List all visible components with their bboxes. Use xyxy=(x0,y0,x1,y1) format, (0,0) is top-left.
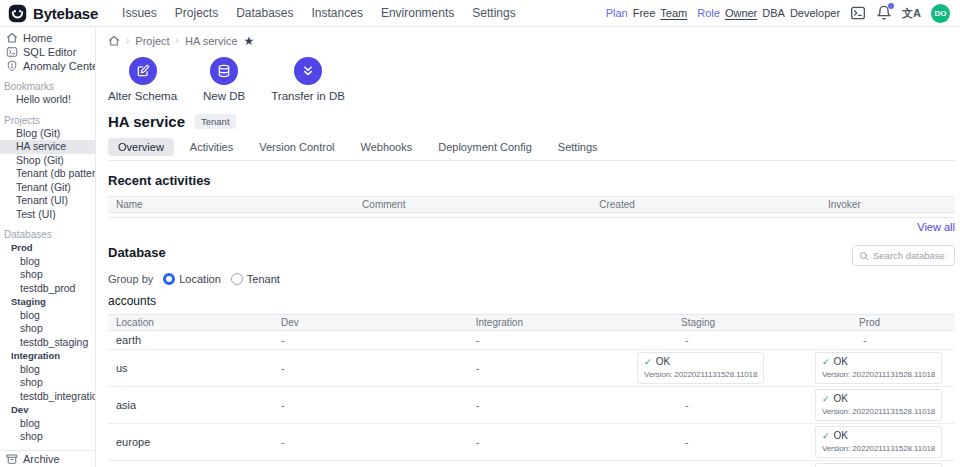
sidebar-database-staging-blog[interactable]: blog xyxy=(0,309,95,323)
nav-link-databases[interactable]: Databases xyxy=(236,6,293,20)
breadcrumb-item-project[interactable]: Project xyxy=(135,35,169,47)
plan-upgrade-link[interactable]: Team xyxy=(660,7,687,19)
bookmarks-section-label: Bookmarks xyxy=(0,80,95,93)
env-cell: - xyxy=(464,399,633,411)
action-alter-schema[interactable]: Alter Schema xyxy=(108,57,177,102)
sidebar-project-tenant-db-pattern-[interactable]: Tenant (db pattern) xyxy=(0,167,95,181)
environment-label-staging: Staging xyxy=(0,295,95,309)
column-header-name: Name xyxy=(108,199,362,210)
database-search-input[interactable] xyxy=(873,250,948,261)
nav-link-environments[interactable]: Environments xyxy=(381,6,454,20)
location-cell[interactable]: asia xyxy=(108,399,269,411)
role-options: DBADeveloper xyxy=(762,7,840,19)
recent-activities-table: NameCommentCreatedInvoker xyxy=(108,196,955,218)
nav-link-instances[interactable]: Instances xyxy=(312,6,363,20)
nav-link-settings[interactable]: Settings xyxy=(472,6,515,20)
sidebar-database-prod-testdb_prod[interactable]: testdb_prod xyxy=(0,282,95,296)
database-status-badge[interactable]: ✓OKVersion: 20220211131528.11018 xyxy=(815,352,942,384)
sidebar-item-archive[interactable]: Archive xyxy=(0,450,95,467)
location-cell[interactable]: us xyxy=(108,362,269,374)
sidebar-database-staging-shop[interactable]: shop xyxy=(0,322,95,336)
breadcrumb-home-icon[interactable] xyxy=(108,35,120,47)
project-tabs: OverviewActivitiesVersion ControlWebhook… xyxy=(108,138,955,161)
tenant-group-name: accounts xyxy=(108,294,955,308)
version-text: Version: 20220211131528.11018 xyxy=(644,370,757,379)
notification-badge xyxy=(888,3,894,9)
sidebar-item-anomaly-center[interactable]: Anomaly Center xyxy=(0,59,95,73)
role-current[interactable]: Owner xyxy=(725,7,757,19)
user-avatar[interactable]: DO xyxy=(931,4,950,23)
database-search[interactable] xyxy=(852,245,955,266)
env-cell: - xyxy=(464,362,633,374)
tab-activities[interactable]: Activities xyxy=(180,138,243,156)
view-all-link[interactable]: View all xyxy=(917,221,955,233)
sidebar-project-test-ui-[interactable]: Test (UI) xyxy=(0,208,95,222)
database-status-badge[interactable]: ✓OKVersion: 20220211131528.11018 xyxy=(815,463,942,467)
sidebar-database-prod-blog[interactable]: blog xyxy=(0,255,95,269)
bytebase-logo[interactable]: Bytebase xyxy=(8,4,98,23)
check-icon: ✓ xyxy=(822,431,830,441)
action-label: Alter Schema xyxy=(108,90,177,102)
action-transfer-in-db[interactable]: Transfer in DB xyxy=(271,57,345,102)
tab-settings[interactable]: Settings xyxy=(548,138,608,156)
language-switch-icon[interactable]: 文A xyxy=(902,5,921,21)
sidebar-project-tenant-git-[interactable]: Tenant (Git) xyxy=(0,181,95,195)
notifications-bell-icon[interactable] xyxy=(876,5,892,21)
sidebar-project-blog-git-[interactable]: Blog (Git) xyxy=(0,127,95,141)
debug-terminal-icon[interactable] xyxy=(850,5,866,21)
location-cell[interactable]: europe xyxy=(108,436,269,448)
sidebar-item-home[interactable]: Home xyxy=(0,31,95,45)
location-cell[interactable]: earth xyxy=(108,334,269,346)
bookmark-star-icon[interactable]: ★ xyxy=(244,35,255,47)
sidebar-database-integration-testdb_integration[interactable]: testdb_integration xyxy=(0,390,95,404)
sidebar-database-prod-shop[interactable]: shop xyxy=(0,268,95,282)
role-info: Role Owner DBADeveloper xyxy=(697,7,840,19)
group-by-option-location[interactable]: Location xyxy=(163,273,221,285)
empty-cell-dash: - xyxy=(281,362,285,374)
sidebar-project-tenant-ui-[interactable]: Tenant (UI) xyxy=(0,194,95,208)
sidebar-item-label: Anomaly Center xyxy=(23,60,95,72)
tab-deployment-config[interactable]: Deployment Config xyxy=(428,138,542,156)
check-icon: ✓ xyxy=(822,394,830,404)
sidebar-database-dev-blog[interactable]: blog xyxy=(0,417,95,431)
group-by-row: Group by LocationTenant xyxy=(108,273,955,285)
action-new-db[interactable]: New DB xyxy=(203,57,245,102)
version-text: Version: 20220211131528.11018 xyxy=(822,407,935,416)
table-row-mars: mars---✓OKVersion: 20220211131528.11018 xyxy=(108,461,955,467)
status-text: OK xyxy=(656,356,670,367)
role-option-developer[interactable]: Developer xyxy=(790,7,840,19)
env-cell: - xyxy=(464,436,633,448)
sidebar-database-integration-blog[interactable]: blog xyxy=(0,363,95,377)
archive-label: Archive xyxy=(23,453,60,465)
nav-link-projects[interactable]: Projects xyxy=(175,6,218,20)
env-cell: ✓OKVersion: 20220211131528.11018 xyxy=(633,352,811,384)
database-section: Database Group by LocationTenant account… xyxy=(108,245,955,467)
terminal-icon xyxy=(6,46,18,58)
action-label: New DB xyxy=(203,90,245,102)
database-status-badge[interactable]: ✓OKVersion: 20220211131528.11018 xyxy=(637,352,764,384)
sidebar-item-sql-editor[interactable]: SQL Editor xyxy=(0,45,95,59)
tab-webhooks[interactable]: Webhooks xyxy=(350,138,422,156)
group-by-option-tenant[interactable]: Tenant xyxy=(231,273,280,285)
top-navbar: Bytebase IssuesProjectsDatabasesInstance… xyxy=(0,0,960,27)
empty-cell-dash: - xyxy=(476,399,480,411)
database-status-badge[interactable]: ✓OKVersion: 20220211131528.11018 xyxy=(815,426,942,458)
tab-overview[interactable]: Overview xyxy=(108,138,174,156)
sidebar-database-staging-testdb_staging[interactable]: testdb_staging xyxy=(0,336,95,350)
sidebar-database-dev-shop[interactable]: shop xyxy=(0,430,95,444)
env-cell: - xyxy=(269,436,464,448)
database-status-badge[interactable]: ✓OKVersion: 20220211131528.11018 xyxy=(815,389,942,421)
accounts-table: LocationDevIntegrationStagingProd earth-… xyxy=(108,314,955,467)
tab-version-control[interactable]: Version Control xyxy=(249,138,344,156)
sidebar-project-shop-git-[interactable]: Shop (Git) xyxy=(0,154,95,168)
plan-tier: Free xyxy=(633,7,656,19)
sidebar-project-ha-service[interactable]: HA service xyxy=(0,140,95,154)
bookmark-item[interactable]: Hello world! xyxy=(0,93,95,107)
sidebar-database-integration-shop[interactable]: shop xyxy=(0,376,95,390)
table-row-europe: europe---✓OKVersion: 20220211131528.1101… xyxy=(108,424,955,461)
radio-label: Tenant xyxy=(247,273,280,285)
nav-link-issues[interactable]: Issues xyxy=(122,6,157,20)
archive-icon xyxy=(6,453,18,465)
role-option-dba[interactable]: DBA xyxy=(762,7,785,19)
breadcrumb-item-ha-service[interactable]: HA service xyxy=(185,35,238,47)
